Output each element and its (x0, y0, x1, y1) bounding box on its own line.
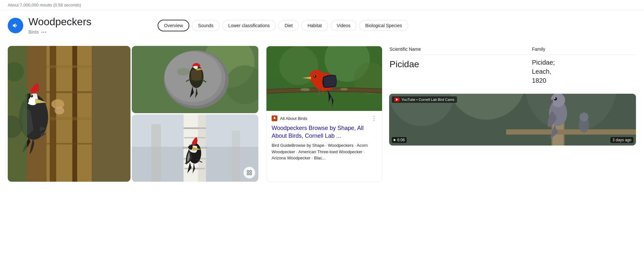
svg-point-9 (55, 107, 64, 114)
image-right-column (132, 46, 258, 182)
svg-rect-4 (47, 65, 92, 68)
source-favicon (272, 115, 277, 121)
video-age: 3 days ago (610, 137, 633, 143)
card-image[interactable] (266, 46, 382, 111)
play-triangle (396, 98, 398, 101)
page-title: Woodpeckers (28, 16, 91, 28)
subtitle-row: Birds ⋯ (28, 28, 91, 36)
tab-sounds[interactable]: Sounds (192, 20, 219, 31)
svg-rect-6 (47, 117, 92, 120)
image-grid (8, 46, 260, 182)
image-bottom-right[interactable] (132, 114, 258, 182)
youtube-icon (394, 98, 400, 102)
tab-habitat[interactable]: Habitat (301, 20, 328, 31)
knowledge-panel: Woodpeckers Birds ⋯ Overview Sounds Lowe… (0, 10, 644, 187)
more-icon[interactable]: ⋯ (41, 28, 47, 36)
tab-overview[interactable]: Overview (158, 20, 189, 31)
sound-button[interactable] (8, 18, 23, 33)
tab-lower-classifications[interactable]: Lower classifications (222, 20, 276, 31)
family-header: Family (532, 47, 636, 55)
title-block: Woodpeckers Birds ⋯ (28, 16, 91, 36)
svg-point-15 (13, 86, 29, 102)
svg-rect-47 (247, 173, 249, 175)
main-image-svg (8, 46, 130, 182)
svg-point-55 (340, 88, 348, 91)
subtitle-text: Birds (28, 29, 39, 35)
top-right-image-svg (132, 46, 258, 113)
expand-icon (246, 170, 252, 176)
play-icon (394, 139, 396, 141)
video-duration: 6:06 (392, 137, 407, 143)
svg-point-44 (190, 145, 190, 146)
card-more-button[interactable]: ⋮ (371, 115, 377, 122)
svg-point-57 (309, 70, 324, 84)
duration-text: 6:06 (397, 138, 405, 142)
svg-rect-66 (506, 130, 636, 135)
info-panel: Scientific Name Family Picidae Picidae;L… (389, 46, 636, 182)
scientific-name-header: Scientific Name (390, 47, 531, 55)
card-title-link[interactable]: Woodpeckers Browse by Shape, All About B… (272, 124, 377, 140)
tab-videos[interactable]: Videos (331, 20, 357, 31)
scientific-name-value: Picidae (390, 55, 531, 88)
tab-diet[interactable]: Diet (278, 20, 299, 31)
card-image-svg (266, 46, 382, 111)
bottom-right-image-svg (132, 114, 258, 182)
image-top-right[interactable] (132, 46, 258, 113)
speaker-icon (12, 22, 19, 29)
svg-point-59 (314, 76, 315, 77)
svg-point-43 (189, 145, 192, 147)
results-count-text: About 7,000,000 results (0.58 seconds) (0, 0, 644, 10)
taxonomy-row: Picidae Picidae;Leach,1820 (390, 55, 636, 88)
card-body: All About Birds ⋮ Woodpeckers Browse by … (266, 111, 382, 165)
source-info: All About Birds (272, 115, 307, 121)
family-value-text: Picidae;Leach,1820 (532, 55, 636, 88)
video-thumbnail: YouTube • Cornell Lab Bird Cams 6:06 3 d… (389, 94, 636, 145)
svg-point-71 (554, 98, 556, 99)
kp-header: Woodpeckers Birds ⋯ Overview Sounds Lowe… (8, 16, 636, 36)
video-source-text: YouTube • Cornell Lab Bird Cams (401, 98, 454, 102)
svg-point-70 (554, 97, 557, 101)
card-description-text: Bird GuideBrowse by Shape · Woodpeckers … (272, 142, 377, 161)
image-main[interactable] (8, 46, 130, 182)
svg-rect-48 (250, 173, 252, 175)
svg-rect-7 (47, 143, 92, 145)
svg-rect-45 (247, 171, 249, 172)
video-source-overlay: YouTube • Cornell Lab Bird Cams (392, 96, 457, 103)
tabs-row: Overview Sounds Lower classifications Di… (158, 20, 408, 31)
svg-point-12 (31, 95, 32, 96)
svg-point-24 (177, 68, 190, 76)
svg-rect-17 (92, 46, 130, 182)
picidae-label: Picidae (390, 59, 531, 70)
tab-biological-species[interactable]: Biological Species (359, 20, 408, 31)
svg-rect-41 (232, 131, 240, 182)
svg-point-73 (579, 113, 588, 122)
source-name-text: All About Birds (280, 116, 307, 121)
svg-rect-46 (250, 171, 252, 172)
video-card[interactable]: YouTube • Cornell Lab Bird Cams 6:06 3 d… (389, 93, 636, 146)
svg-rect-40 (151, 124, 161, 182)
svg-point-54 (300, 88, 310, 91)
source-row: All About Birds ⋮ (272, 115, 377, 122)
title-section: Woodpeckers Birds ⋯ (8, 16, 150, 36)
search-result-card: All About Birds ⋮ Woodpeckers Browse by … (266, 46, 382, 182)
favicon-icon (273, 116, 276, 120)
svg-rect-5 (47, 91, 92, 93)
taxonomy-table: Scientific Name Family Picidae Picidae;L… (389, 46, 636, 88)
kp-content: All About Birds ⋮ Woodpeckers Browse by … (8, 46, 636, 182)
svg-point-29 (198, 67, 198, 68)
